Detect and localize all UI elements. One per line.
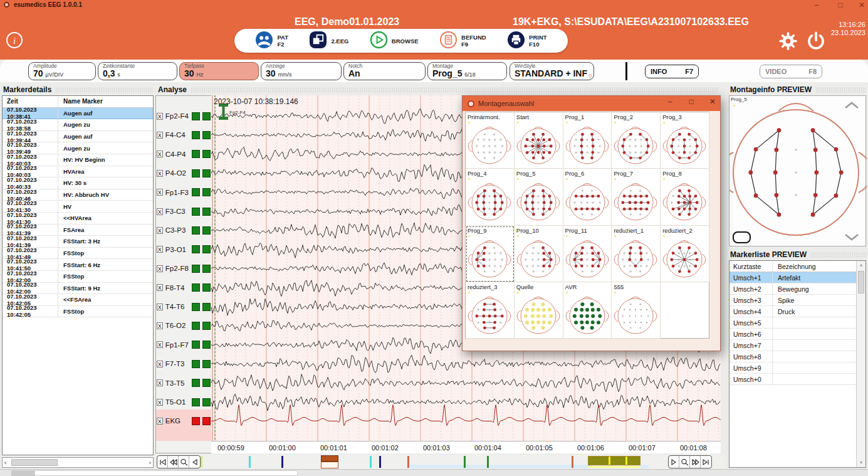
close-icon[interactable]: ✕ — [854, 1, 868, 11]
table-row[interactable]: Umsch+0 — [729, 374, 865, 385]
montage-option-555[interactable]: 555 — [612, 282, 661, 339]
fast-forward-button[interactable] — [690, 456, 701, 468]
montage-option-button[interactable] — [733, 231, 751, 243]
table-row[interactable]: Umsch+1Artefakt — [729, 272, 865, 283]
markerdetails-hscrollbar[interactable]: ‹ › — [2, 457, 154, 468]
table-row[interactable]: Umsch+8 — [729, 351, 865, 362]
session-title: EEG, Demo01.01.2023 — [295, 16, 399, 28]
channel-checkbox[interactable]: X — [157, 132, 163, 139]
table-row[interactable]: Umsch+6 — [729, 329, 865, 340]
cursor-timestamp: 2023-10-07 10:38:19.146 — [214, 97, 298, 106]
channel-checkbox[interactable]: X — [157, 113, 163, 120]
channel-checkbox[interactable]: X — [157, 151, 163, 157]
montage-option-prog_3[interactable]: Prog_3 — [661, 112, 709, 169]
toolbar-button-print[interactable]: PRINTF10 — [507, 31, 547, 51]
montage-option-start[interactable]: Start — [515, 112, 563, 169]
scrollbar-thumb[interactable] — [11, 459, 58, 466]
montage-option-quelle[interactable]: Quelle — [515, 282, 563, 339]
info-icon[interactable]: i — [6, 32, 23, 48]
scroll-up-icon[interactable]: ˄ — [857, 261, 865, 268]
chevron-up-icon[interactable] — [844, 101, 860, 110]
setting-zeitkonstante[interactable]: Zeitkonstante0,3 s — [98, 62, 177, 80]
chevron-down-icon[interactable] — [844, 233, 860, 241]
montage-option-reduziert_2[interactable]: reduziert_2 — [661, 226, 709, 282]
montage-option-prog_5[interactable]: Prog_5 — [515, 169, 563, 225]
view-position-indicator[interactable] — [321, 455, 338, 462]
dialog-close-icon[interactable]: ✕ — [704, 97, 721, 108]
zoom-button[interactable] — [679, 456, 690, 468]
settings-gear-icon[interactable] — [778, 31, 798, 51]
montage-head-icon — [466, 293, 513, 338]
montage-option-prog_9[interactable]: Prog_9 — [466, 226, 515, 282]
channel-checkbox[interactable]: X — [157, 399, 163, 406]
info-button[interactable]: INFOF7 — [645, 65, 699, 78]
channel-checkbox[interactable]: X — [157, 189, 163, 196]
recording-overview-strip[interactable] — [155, 455, 725, 469]
minimize-icon[interactable]: – — [808, 1, 825, 11]
channel-checkbox[interactable]: X — [157, 208, 163, 215]
dropdown-arrow-icon[interactable]: ▽ — [588, 73, 592, 79]
power-icon[interactable] — [806, 31, 826, 51]
toolbar-button-befund[interactable]: BEFUNDF9 — [439, 31, 486, 51]
table-row[interactable]: 07.10.2023 10:42:05FSStop — [3, 306, 153, 318]
table-row[interactable]: Umsch+5 — [729, 317, 865, 329]
setting-notch[interactable]: NotchAn — [343, 62, 426, 80]
channel-checkbox[interactable]: X — [157, 379, 163, 386]
scroll-down-icon[interactable]: ˅ — [857, 460, 865, 465]
setting-amplitude[interactable]: Amplitude70 µV/DIV — [28, 62, 96, 80]
setting-anzeige[interactable]: Anzeige30 mm/s — [261, 62, 342, 80]
channel-checkbox[interactable]: X — [157, 341, 163, 348]
scrollbar-thumb[interactable] — [858, 271, 864, 294]
montage-option-primrmont[interactable]: Primärmont. — [466, 112, 515, 169]
dialog-titlebar[interactable]: Montagenauswahl — [463, 96, 720, 111]
montage-option-prog_7[interactable]: Prog_7 — [612, 169, 661, 225]
video-button[interactable]: VIDEOF8 — [760, 65, 822, 78]
channel-checkbox[interactable]: X — [157, 322, 163, 329]
fast-forward-icon — [691, 458, 700, 467]
montage-option-reduziert_1[interactable]: reduziert_1 — [612, 226, 661, 282]
montage-option-prog_8[interactable]: Prog_8 — [661, 169, 709, 225]
table-row[interactable]: Umsch+4Druck — [729, 306, 865, 317]
montage-option-label: Prog_9 — [468, 227, 487, 234]
channel-checkbox[interactable]: X — [157, 227, 163, 234]
montage-option-label: AVR — [565, 283, 577, 290]
skip-last-button[interactable] — [701, 456, 711, 468]
dialog-maximize-icon[interactable]: □ — [683, 97, 699, 108]
montage-option-reduziert_3[interactable]: reduziert_3 — [466, 282, 515, 339]
table-row[interactable]: Umsch+9 — [729, 362, 865, 374]
montage-option-prog_2[interactable]: Prog_2 — [612, 112, 661, 169]
toolbar-button-2eeg[interactable]: 2.EEG — [309, 31, 348, 51]
montage-option-prog_4[interactable]: Prog_4 — [466, 169, 515, 225]
channel-checkbox[interactable]: X — [157, 418, 163, 425]
toolbar-button-pat[interactable]: PATF2 — [255, 31, 288, 51]
channel-checkbox[interactable]: X — [157, 284, 163, 291]
setting-tiefpass[interactable]: Tiefpass30 Hz — [179, 62, 259, 80]
channel-checkbox[interactable]: X — [157, 304, 163, 310]
montage-option-prog_10[interactable]: Prog_10 — [515, 226, 563, 282]
setting-montage[interactable]: MontageProg_5 6/18 — [427, 62, 507, 80]
scroll-right-icon[interactable]: › — [149, 459, 151, 466]
montage-head-icon — [466, 179, 513, 225]
markerliste-scrollbar[interactable]: ˄ ˅ — [856, 261, 865, 467]
scrollbar-track[interactable] — [34, 470, 298, 476]
setting-winstyle[interactable]: WinStyleSTANDARD + INF▽ — [510, 62, 594, 80]
dialog-minimize-icon[interactable]: – — [662, 97, 678, 108]
toolbar-button-browse[interactable]: BROWSE — [370, 31, 419, 51]
montage-head-icon — [466, 236, 513, 282]
montage-option-prog_6[interactable]: Prog_6 — [563, 169, 612, 225]
montage-option-avr[interactable]: AVR — [563, 282, 612, 339]
table-row[interactable]: Umsch+2Bewegung — [729, 283, 865, 295]
channel-checkbox[interactable]: X — [157, 265, 163, 272]
montage-option-prog_11[interactable]: Prog_11 — [563, 226, 612, 282]
channel-checkbox[interactable]: X — [157, 361, 163, 368]
scroll-left-icon[interactable]: ‹ — [4, 459, 6, 466]
step-forward-button[interactable] — [669, 456, 679, 468]
table-row[interactable]: Umsch+3Spike — [729, 295, 865, 306]
window-bottom-scrollbar[interactable] — [0, 469, 868, 476]
channel-checkbox[interactable]: X — [157, 246, 163, 253]
maximize-icon[interactable]: □ — [832, 1, 849, 11]
montage-option-prog_1[interactable]: Prog_1 — [563, 112, 612, 169]
channel-checkbox[interactable]: X — [157, 170, 163, 177]
table-row[interactable]: Umsch+7 — [729, 340, 865, 351]
scrollbar-thumb[interactable] — [11, 470, 35, 476]
